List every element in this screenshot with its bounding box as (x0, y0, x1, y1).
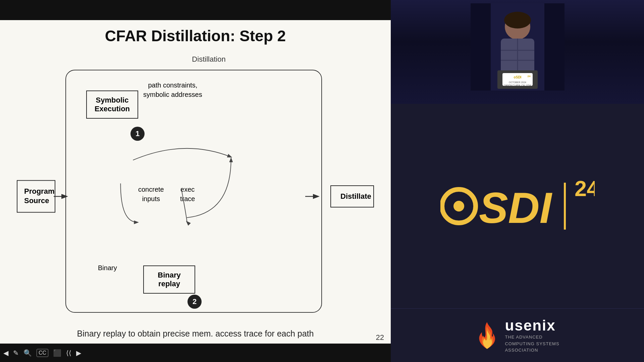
binary-replay-box: Binaryreplay (143, 265, 195, 294)
next-button[interactable]: ▶ (76, 349, 81, 357)
webcam-area: oSDI 24 OCTOBER 2024 SANTA CLARA, CA, US… (391, 0, 644, 104)
diagram-section: Distillation ProgramSource SymbolicExecu… (13, 55, 377, 326)
usenix-flame-icon (475, 320, 499, 351)
svg-rect-6 (471, 3, 491, 90)
osdi-logo-area: SDI 24 (391, 104, 644, 308)
caption: Binary replay to obtain precise mem. acc… (13, 329, 377, 340)
svg-text:SDI: SDI (479, 183, 553, 232)
osdi-logo: SDI 24 (440, 176, 595, 236)
usenix-subtitle: THE ADVANCEDCOMPUTING SYSTEMSASSOCIATION (505, 334, 559, 354)
svg-text:SANTA CLARA, CA, USA: SANTA CLARA, CA, USA (504, 84, 531, 86)
slide-content: CFAR Distillation: Step 2 Distillation P… (0, 20, 391, 344)
svg-text:24: 24 (575, 176, 595, 201)
svg-rect-7 (544, 3, 565, 90)
search-button[interactable]: 🔍 (23, 349, 32, 357)
usenix-area: usenix THE ADVANCEDCOMPUTING SYSTEMSASSO… (391, 308, 644, 362)
edit-button[interactable]: ✎ (13, 349, 19, 357)
svg-text:24: 24 (527, 75, 530, 78)
usenix-text-block: usenix THE ADVANCEDCOMPUTING SYSTEMSASSO… (505, 317, 559, 354)
path-constraints-label: path constraints,symbolic addresses (143, 80, 202, 99)
back-button[interactable]: ◀ (3, 349, 8, 357)
screen-button[interactable]: ⬛ (53, 349, 61, 357)
arrow-program-to-main (54, 193, 70, 200)
slide-title: CFAR Distillation: Step 2 (13, 27, 377, 45)
speaker-figure: oSDI 24 OCTOBER 2024 SANTA CLARA, CA, US… (471, 3, 565, 90)
top-black-bar (0, 0, 391, 20)
svg-rect-24 (564, 183, 566, 230)
svg-text:OCTOBER 2024: OCTOBER 2024 (508, 81, 526, 83)
usenix-title: usenix (505, 317, 559, 334)
step-1-circle: 1 (130, 127, 145, 141)
program-source-box: ProgramSource (17, 180, 55, 213)
usenix-logo-container: usenix THE ADVANCEDCOMPUTING SYSTEMSASSO… (475, 317, 559, 354)
prev-button[interactable]: ⟨⟨ (66, 349, 71, 357)
exec-trace-label: exectrace (180, 185, 195, 203)
right-panel: oSDI 24 OCTOBER 2024 SANTA CLARA, CA, US… (391, 0, 644, 362)
toolbar: ◀ ✎ 🔍 CC ⬛ ⟨⟨ ▶ (0, 344, 391, 362)
arrow-main-to-distillate (305, 193, 322, 200)
slide-number: 22 (376, 333, 384, 342)
svg-point-21 (453, 201, 464, 212)
step-2-circle: 2 (187, 295, 202, 309)
cc-button[interactable]: CC (37, 349, 48, 357)
diagram-row: ProgramSource SymbolicExecution Binaryre… (13, 66, 377, 326)
slide-area: CFAR Distillation: Step 2 Distillation P… (0, 0, 391, 362)
symbolic-execution-box: SymbolicExecution (86, 90, 138, 119)
concrete-inputs-label: concreteinputs (138, 185, 164, 203)
main-container: SymbolicExecution Binaryreplay 1 2 (65, 70, 322, 313)
svg-point-9 (504, 12, 531, 28)
distillate-box: Distillate (330, 185, 374, 207)
svg-text:oSDI: oSDI (514, 75, 521, 79)
binary-label: Binary (98, 264, 117, 272)
distillation-label: Distillation (192, 55, 225, 64)
